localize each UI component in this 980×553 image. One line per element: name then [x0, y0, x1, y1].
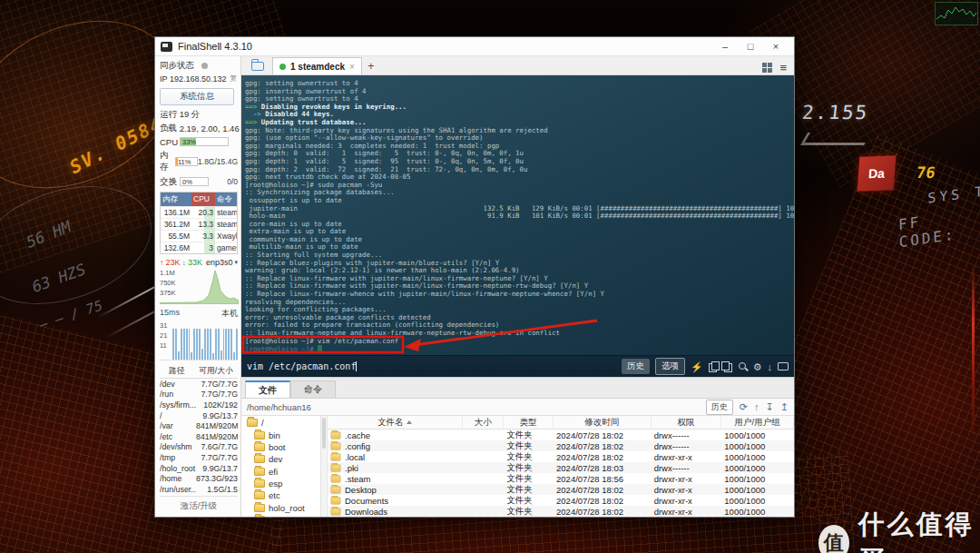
- system-info-button[interactable]: 系统信息: [160, 88, 234, 105]
- copy-ip-link[interactable]: 复制: [230, 74, 238, 84]
- ping-graph: 31 21 11: [160, 321, 238, 360]
- disk-header-path[interactable]: 路径: [160, 366, 194, 377]
- tree-item-etc[interactable]: etc: [241, 489, 320, 501]
- terminal-line: [root@holoiso ~]#: [245, 345, 794, 353]
- disk-row[interactable]: /run7.7G/7.7G: [160, 390, 238, 400]
- disk-row[interactable]: /sys/firm...102K/192: [160, 400, 238, 410]
- tree-item-bin[interactable]: bin: [241, 429, 320, 440]
- close-button[interactable]: ×: [763, 38, 789, 55]
- directory-tree[interactable]: /binbootdevefiespetcholo_roothome: [241, 416, 321, 517]
- terminal-view[interactable]: gpg: setting ownertrust to 4gpg: inserti…: [241, 75, 794, 355]
- options-button[interactable]: 选项: [655, 358, 685, 375]
- path-history-button[interactable]: 历史: [706, 400, 733, 415]
- hud-badge: Da: [858, 155, 897, 191]
- tree-item-esp[interactable]: esp: [241, 478, 320, 489]
- settings-gear-icon[interactable]: ⚙: [753, 361, 762, 372]
- file-column-header[interactable]: 大小: [463, 416, 504, 429]
- history-button[interactable]: 历史: [622, 359, 650, 374]
- ip-label: IP: [160, 74, 168, 84]
- file-column-header[interactable]: 文件名: [328, 416, 463, 429]
- network-summary: ↑23K ↓33K enp3s0 ▾: [160, 258, 238, 267]
- file-column-header[interactable]: 类型: [504, 416, 554, 429]
- minimize-button[interactable]: –: [712, 38, 738, 55]
- process-row[interactable]: 55.5M3.3Xwaylan: [161, 230, 237, 242]
- ping-tick: 21: [160, 331, 167, 341]
- tree-item-boot[interactable]: boot: [241, 441, 320, 453]
- disk-row[interactable]: /dev7.7G/7.7G: [160, 379, 238, 390]
- disk-row[interactable]: /etc841M/920M: [160, 431, 238, 442]
- command-input[interactable]: vim /etc/pacman.conf: [247, 361, 616, 371]
- download-file-icon[interactable]: ↧: [766, 401, 774, 412]
- file-row[interactable]: Desktop文件夹2024/07/28 18:02drwxr-xr-x1000…: [328, 484, 794, 495]
- new-tab-button[interactable]: +: [362, 57, 380, 74]
- upload-file-icon[interactable]: ↥: [780, 401, 789, 412]
- tab-files[interactable]: 文件: [245, 380, 290, 398]
- file-row[interactable]: .local文件夹2024/07/28 18:02drwxr-xr-x1000/…: [328, 451, 794, 462]
- file-row[interactable]: .cache文件夹2024/07/28 18:02drwx------1000/…: [328, 430, 794, 440]
- disk-table[interactable]: 路径 可用/大小 /dev7.7G/7.7G/run7.7G/7.7G/sys/…: [160, 365, 238, 495]
- disk-header-size[interactable]: 可用/大小: [194, 366, 238, 377]
- folder-icon: [331, 442, 341, 449]
- upload-arrow-icon: ↑: [160, 258, 164, 267]
- tree-scrollbar[interactable]: [321, 416, 328, 517]
- file-row[interactable]: .config文件夹2024/07/28 18:02drwx------1000…: [328, 440, 794, 451]
- folder-icon: [331, 508, 341, 515]
- activate-upgrade-link[interactable]: 激活/升级: [160, 496, 238, 517]
- tree-item-home[interactable]: home: [241, 514, 320, 517]
- monitor-icon[interactable]: [778, 362, 789, 370]
- process-header-cpu[interactable]: CPU: [191, 193, 215, 206]
- process-table[interactable]: 内存 CPU 命令 136.1M20.3steamwe361.2M13.3ste…: [160, 192, 238, 254]
- tree-item-dev[interactable]: dev: [241, 453, 320, 465]
- refresh-icon[interactable]: ⟳: [740, 401, 748, 412]
- file-row[interactable]: .pki文件夹2024/07/28 18:03drwx------1000/10…: [328, 462, 794, 473]
- file-column-header[interactable]: 用户/用户组: [721, 416, 794, 429]
- file-row[interactable]: .steam文件夹2024/07/28 18:56drwxr-xr-x1000/…: [328, 473, 794, 484]
- tree-item-label: dev: [269, 454, 282, 464]
- memory-usage-bar: 11%: [175, 157, 198, 166]
- process-header-memory[interactable]: 内存: [161, 193, 191, 206]
- folder-icon: [254, 491, 265, 499]
- layout-grid-icon[interactable]: [762, 63, 772, 73]
- process-row[interactable]: 136.1M20.3steamwe: [161, 206, 237, 218]
- tree-item-efi[interactable]: efi: [241, 466, 320, 478]
- tab-commands[interactable]: 命令: [290, 380, 336, 398]
- file-row[interactable]: Documents文件夹2024/07/28 18:02drwxr-xr-x10…: [328, 495, 794, 506]
- disk-row[interactable]: /home873.3G/923.2: [160, 473, 238, 484]
- process-row[interactable]: 361.2M13.3steamwe: [161, 218, 237, 230]
- folder-icon: [254, 431, 265, 439]
- file-table-header: 文件名大小类型修改时间权限用户/用户组: [328, 416, 794, 430]
- file-column-header[interactable]: 权限: [652, 416, 722, 429]
- maximize-button[interactable]: □: [738, 38, 763, 55]
- paste-icon[interactable]: [723, 361, 732, 371]
- tree-item-holo_root[interactable]: holo_root: [241, 502, 320, 514]
- search-icon[interactable]: [738, 361, 748, 371]
- folder-icon: [254, 455, 265, 463]
- quick-command-icon[interactable]: ⚡: [691, 361, 703, 372]
- tab-close-icon[interactable]: ×: [349, 62, 355, 72]
- window-titlebar[interactable]: FinalShell 4.3.10 – □ ×: [155, 37, 794, 56]
- network-interface-select[interactable]: enp3s0: [206, 258, 233, 267]
- file-column-header[interactable]: 修改时间: [554, 416, 652, 429]
- folder-icon: [247, 419, 258, 427]
- smzdm-watermark: 值 什么值得买: [818, 507, 980, 553]
- disk-row[interactable]: /var841M/920M: [160, 420, 238, 431]
- file-row[interactable]: Downloads文件夹2024/07/28 18:02drwxr-xr-x10…: [328, 506, 794, 517]
- up-directory-icon[interactable]: ↑: [754, 401, 760, 412]
- menu-icon[interactable]: ≡: [779, 63, 787, 73]
- process-header-command[interactable]: 命令: [215, 193, 237, 206]
- ping-bar-chart: [160, 321, 238, 360]
- folder-icon: [254, 516, 265, 517]
- current-path[interactable]: /home/hchuan16: [247, 402, 700, 412]
- disk-row[interactable]: /dev/shm7.6G/7.7G: [160, 442, 238, 453]
- tree-item-root[interactable]: /: [241, 417, 320, 429]
- disk-row[interactable]: /holo_root9.9G/13.7: [160, 463, 238, 474]
- open-connection-button[interactable]: [247, 58, 269, 74]
- disk-row[interactable]: /tmp7.7G/7.7G: [160, 452, 238, 463]
- disk-row[interactable]: /run/user...1.5G/1.5: [160, 484, 238, 495]
- copy-icon[interactable]: [709, 361, 718, 371]
- ping-host-label[interactable]: 本机: [221, 308, 238, 320]
- session-tab-steamdeck[interactable]: 1 steamdeck ×: [272, 57, 362, 74]
- process-row[interactable]: 132.6M3gamesco: [161, 242, 237, 253]
- disk-row[interactable]: /9.9G/13.7: [160, 410, 238, 421]
- download-icon[interactable]: ↓: [768, 361, 773, 372]
